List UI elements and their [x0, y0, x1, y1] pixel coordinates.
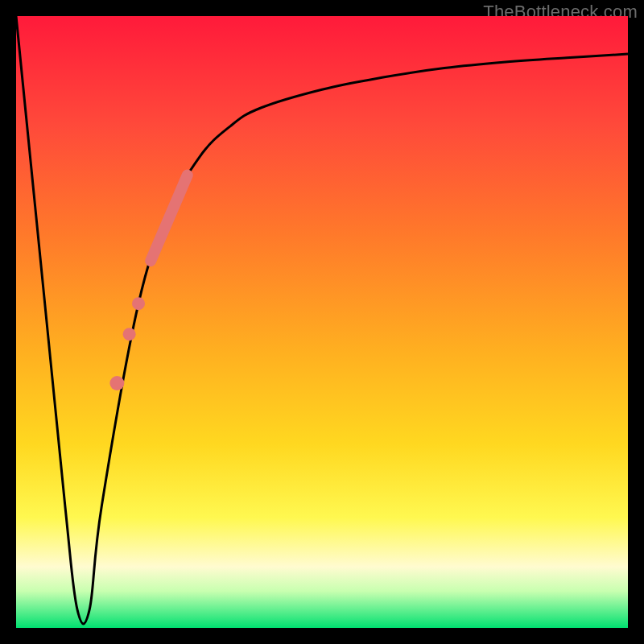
chart-frame: TheBottleneck.com	[0, 0, 644, 644]
markers-group	[109, 175, 187, 390]
marker-dot-1	[132, 297, 145, 310]
marker-dot-2	[123, 328, 136, 341]
chart-svg	[16, 16, 628, 628]
marker-dot-3	[109, 376, 124, 390]
bottleneck-curve	[16, 16, 628, 624]
curve-group	[16, 16, 628, 624]
plot-area	[16, 16, 628, 628]
marker-segment	[151, 175, 188, 261]
